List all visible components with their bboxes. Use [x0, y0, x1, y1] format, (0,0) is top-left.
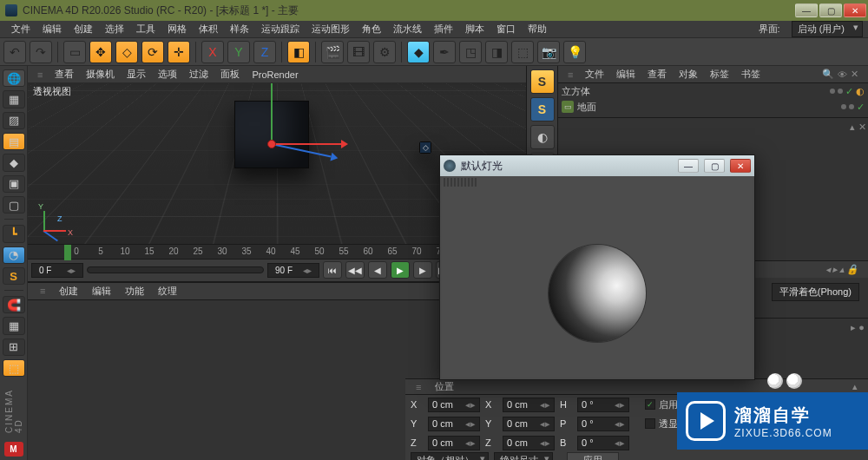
menu-file[interactable]: 文件 [5, 21, 36, 37]
coords-tab-position[interactable]: 位置 [428, 378, 461, 395]
add-cube-button[interactable]: ◆ [407, 41, 430, 63]
om-eye-icon[interactable]: 👁 [838, 69, 847, 80]
enable-checkbox[interactable]: ✓ [645, 399, 655, 410]
size-x-field[interactable]: 0 cm◂▸ [503, 398, 555, 412]
vp-menu-prorender[interactable]: ProRender [246, 68, 304, 82]
minimize-button[interactable]: — [795, 3, 818, 17]
light-sphere-icon[interactable] [549, 245, 646, 342]
coord-system-button[interactable]: ◧ [287, 41, 310, 63]
axis-mode[interactable]: ┗ [3, 225, 25, 242]
workplane-mode[interactable]: ▤ [3, 133, 25, 150]
am-next-icon[interactable]: ▸ [832, 264, 838, 275]
om-edit[interactable]: 编辑 [610, 66, 641, 82]
menu-spline[interactable]: 样条 [224, 21, 255, 37]
add-spline-button[interactable]: ✒ [433, 41, 456, 63]
solo-s-button[interactable]: S [530, 69, 555, 94]
vp-menu-filter[interactable]: 过滤 [183, 66, 214, 82]
mm-tex[interactable]: 纹理 [151, 283, 184, 299]
close-button[interactable]: ✕ [844, 3, 866, 17]
prev-key-button[interactable]: ◀◀ [345, 261, 365, 279]
om-object[interactable]: 对象 [673, 66, 704, 82]
frame-start-field[interactable]: 0 F◂▸ [31, 263, 83, 278]
redo-button[interactable]: ↷ [30, 41, 52, 63]
popup-minimize-button[interactable]: — [678, 159, 699, 173]
mm-edit[interactable]: 编辑 [85, 283, 118, 299]
menu-create[interactable]: 创建 [68, 21, 99, 37]
select-tool[interactable]: ▭ [63, 41, 86, 63]
menu-mograph[interactable]: 运动图形 [306, 21, 356, 37]
prev-frame-button[interactable]: ◀ [368, 261, 387, 279]
pos-y-field[interactable]: 0 cm◂▸ [428, 417, 480, 431]
phong-tag-label[interactable]: 平滑着色(Phong) [772, 283, 859, 301]
texture-mode[interactable]: ▨ [3, 112, 25, 129]
coord-size-dropdown[interactable]: 绝对尺寸 [494, 452, 553, 461]
quantize-button[interactable]: ⬚ [3, 359, 25, 377]
rot-h-field[interactable]: 0 °◂▸ [577, 398, 629, 412]
menu-tools[interactable]: 工具 [130, 21, 161, 37]
object-manager[interactable]: ◇ 立方体 ✓◐ ▭ 地面 ✓ [558, 83, 868, 118]
edge-mode[interactable]: ▢ [3, 196, 25, 214]
timeline-playhead[interactable] [64, 245, 71, 260]
default-light-window[interactable]: 默认灯光 — ▢ ✕ [439, 154, 755, 380]
om-tags[interactable]: 标签 [704, 66, 735, 82]
object-mode[interactable]: ◆ [3, 154, 25, 171]
size-z-field[interactable]: 0 cm◂▸ [503, 436, 555, 450]
mm-create[interactable]: 创建 [52, 283, 85, 299]
gizmo-x-axis[interactable] [272, 143, 341, 145]
menu-motracker[interactable]: 运动跟踪 [255, 21, 306, 37]
menu-script[interactable]: 脚本 [459, 21, 490, 37]
editable-button[interactable]: 🌐 [3, 69, 25, 87]
om-close-icon[interactable]: ✕ [851, 69, 858, 80]
add-deformer-button[interactable]: ◨ [485, 41, 508, 63]
menu-plugins[interactable]: 插件 [428, 21, 459, 37]
timeline-scroll[interactable] [87, 266, 264, 273]
scale-tool[interactable]: ◇ [115, 41, 138, 63]
add-camera-button[interactable]: 📷 [537, 41, 560, 63]
pos-z-field[interactable]: 0 cm◂▸ [428, 436, 480, 450]
add-environment-button[interactable]: ⬚ [511, 41, 534, 63]
coord-space-dropdown[interactable]: 对象（相对） [411, 452, 489, 461]
add-light-button[interactable]: 💡 [563, 41, 586, 63]
menu-character[interactable]: 角色 [356, 21, 387, 37]
maximize-button[interactable]: ▢ [819, 3, 842, 17]
mm-func[interactable]: 功能 [118, 283, 151, 299]
menu-window[interactable]: 窗口 [490, 21, 522, 37]
vp-menu-camera[interactable]: 摄像机 [80, 66, 121, 82]
om-arrow-up-icon[interactable]: ▴ [850, 122, 855, 133]
solo-s2-button[interactable]: S [530, 97, 555, 122]
render-settings-button[interactable]: ⚙ [373, 41, 396, 63]
goto-start-button[interactable]: ⏮ [323, 261, 342, 279]
om-file[interactable]: 文件 [579, 66, 610, 82]
last-tool[interactable]: ✛ [168, 41, 190, 63]
menu-select[interactable]: 选择 [99, 21, 130, 37]
am-prev-icon[interactable]: ◂ [825, 264, 831, 275]
gizmo-y-axis[interactable] [271, 83, 273, 144]
menu-pipeline[interactable]: 流水线 [387, 21, 428, 37]
rot-p-field[interactable]: 0 °◂▸ [577, 417, 629, 431]
snap-toggle[interactable]: 🧲 [3, 296, 25, 313]
render-region-button[interactable]: 🎞 [347, 41, 370, 63]
undo-button[interactable]: ↶ [3, 41, 26, 63]
vp-menu-display[interactable]: 显示 [121, 66, 152, 82]
default-light-canvas[interactable] [442, 176, 753, 378]
popup-close-button[interactable]: ✕ [730, 159, 751, 173]
play-button[interactable]: ▶ [391, 261, 410, 279]
layout-dropdown[interactable]: 启动 (用户) [792, 21, 863, 37]
add-generator-button[interactable]: ◳ [459, 41, 482, 63]
viewport-solo-2[interactable]: S [3, 267, 25, 285]
popup-maximize-button[interactable]: ▢ [704, 159, 725, 173]
am-up-icon[interactable]: ▴ [839, 264, 845, 275]
coords-apply-button[interactable]: 应用 [567, 452, 619, 461]
model-mode[interactable]: ▦ [3, 90, 25, 108]
rot-b-field[interactable]: 0 °◂▸ [577, 436, 629, 450]
frame-end-field[interactable]: 90 F◂▸ [267, 263, 319, 278]
menu-mesh[interactable]: 网格 [161, 21, 193, 37]
vp-menu-options[interactable]: 选项 [152, 66, 183, 82]
pos-x-field[interactable]: 0 cm◂▸ [428, 398, 480, 412]
axis-z-toggle[interactable]: Z [253, 41, 276, 63]
xray-checkbox[interactable] [645, 418, 655, 429]
side-tool-1[interactable]: ◐ [530, 125, 555, 149]
viewport-solo-1[interactable]: ◔ [3, 246, 25, 264]
om-view[interactable]: 查看 [641, 66, 673, 82]
size-y-field[interactable]: 0 cm◂▸ [503, 417, 555, 431]
